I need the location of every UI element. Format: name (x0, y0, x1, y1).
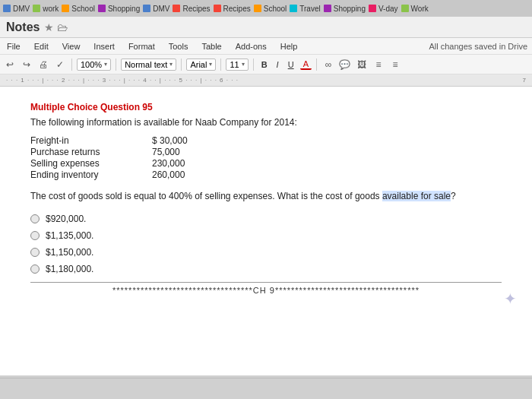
data-row-1: Freight-in $ 30,000 (30, 135, 502, 146)
bold-button[interactable]: B (258, 59, 271, 70)
font-select[interactable]: Arial ▾ (186, 59, 216, 71)
menu-edit[interactable]: Edit (32, 41, 51, 52)
menu-insert[interactable]: Insert (91, 41, 117, 52)
size-select[interactable]: 11 ▾ (226, 59, 248, 71)
answer-option-3[interactable]: $1,150,000. (30, 247, 502, 258)
data-row-2: Purchase returns 75,000 (30, 147, 502, 157)
tab-work[interactable]: work (33, 5, 59, 13)
radio-2[interactable] (30, 231, 40, 240)
underline-button[interactable]: U (285, 59, 297, 70)
separator-2 (116, 59, 116, 71)
tab-school-2[interactable]: School (254, 5, 287, 13)
ruler-marks: · · · 1 · · · | · · · 2 · · · | · · · 3 … (6, 77, 526, 84)
chapter-marker: ***********************************CH 9*… (30, 282, 502, 295)
tab-shopping-2[interactable]: Shopping (324, 5, 366, 13)
menu-help[interactable]: Help (278, 41, 300, 52)
menu-table[interactable]: Table (199, 41, 223, 52)
toolbar: ↩ ↪ 🖨 ✓ 100% ▾ Normal text ▾ Arial ▾ 11 … (0, 55, 532, 74)
title-bar: Notes ★ 🗁 (0, 17, 532, 38)
answer-label-2: $1,135,000. (46, 230, 93, 241)
folder-icon[interactable]: 🗁 (57, 21, 68, 33)
zoom-select[interactable]: 100% ▾ (77, 59, 111, 71)
spellcheck-icon[interactable]: ✓ (53, 58, 67, 71)
data-label-selling: Selling expenses (30, 158, 152, 169)
radio-3[interactable] (30, 248, 40, 257)
answer-label-1: $920,000. (46, 214, 86, 224)
italic-button[interactable]: I (274, 59, 282, 70)
menu-file[interactable]: File (5, 41, 23, 52)
data-label-ending: Ending inventory (30, 169, 152, 180)
tab-recipes-1[interactable]: Recipes (173, 5, 210, 13)
highlight-available: available for sale (382, 191, 451, 201)
menu-bar: File Edit View Insert Format Tools Table… (0, 38, 532, 55)
data-row-3: Selling expenses 230,000 (30, 158, 502, 169)
star-icon[interactable]: ★ (44, 21, 54, 33)
tab-recipes-2[interactable]: Recipes (214, 5, 251, 13)
data-table: Freight-in $ 30,000 Purchase returns 75,… (30, 135, 502, 180)
radio-4[interactable] (30, 264, 40, 274)
question-text: The cost of goods sold is equal to 400% … (30, 189, 502, 203)
link-icon[interactable]: ∞ (321, 58, 335, 71)
menu-format[interactable]: Format (126, 41, 157, 52)
answer-option-1[interactable]: $920,000. (30, 214, 502, 224)
more-icon[interactable]: ≡ (388, 58, 402, 71)
ruler: · · · 1 · · · | · · · 2 · · · | · · · 3 … (0, 74, 532, 87)
data-label-freight: Freight-in (30, 135, 152, 146)
tab-shopping-1[interactable]: Shopping (98, 5, 140, 13)
redo-icon[interactable]: ↪ (20, 58, 33, 71)
align-icon[interactable]: ≡ (372, 58, 385, 71)
document-area: Multiple Choice Question 95 The followin… (0, 87, 532, 375)
separator-5 (253, 59, 254, 71)
menu-addons[interactable]: Add-ons (233, 41, 269, 52)
separator-1 (71, 59, 72, 71)
menu-view[interactable]: View (60, 41, 83, 52)
tab-dmv-1[interactable]: DMV (3, 5, 30, 13)
answer-label-4: $1,180,000. (46, 264, 93, 274)
menu-tools[interactable]: Tools (166, 41, 191, 52)
tab-dmv-2[interactable]: DMV (143, 5, 169, 13)
undo-icon[interactable]: ↩ (3, 58, 17, 71)
font-color-button[interactable]: A (300, 59, 312, 70)
separator-6 (316, 59, 317, 71)
data-value-purchase: 75,000 (152, 147, 180, 157)
data-value-freight: $ 30,000 (152, 135, 188, 146)
app-title: Notes (6, 21, 40, 34)
image-icon[interactable]: 🖼 (355, 58, 369, 71)
bottom-bar (0, 378, 532, 399)
data-value-ending: 260,000 (152, 169, 185, 180)
data-row-4: Ending inventory 260,000 (30, 169, 502, 180)
answer-option-4[interactable]: $1,180,000. (30, 264, 502, 274)
style-select[interactable]: Normal text ▾ (121, 59, 176, 71)
tab-work-2[interactable]: Work (401, 5, 429, 13)
separator-3 (181, 59, 182, 71)
tab-school-1[interactable]: School (62, 5, 95, 13)
question-title: Multiple Choice Question 95 (30, 102, 502, 112)
question-intro: The following information is available f… (30, 117, 502, 128)
answer-label-3: $1,150,000. (46, 247, 93, 258)
data-value-selling: 230,000 (152, 158, 185, 169)
print-icon[interactable]: 🖨 (36, 58, 50, 71)
answer-option-2[interactable]: $1,135,000. (30, 230, 502, 241)
radio-1[interactable] (30, 214, 40, 223)
browser-tab-bar: DMV work School Shopping DMV Recipes Rec… (0, 0, 532, 17)
saved-status: All changes saved in Drive (429, 42, 527, 51)
comment-icon[interactable]: 💬 (338, 58, 352, 71)
tab-vday[interactable]: V-day (369, 5, 398, 13)
tab-travel[interactable]: Travel (290, 5, 320, 13)
data-label-purchase: Purchase returns (30, 147, 152, 157)
separator-4 (220, 59, 221, 71)
